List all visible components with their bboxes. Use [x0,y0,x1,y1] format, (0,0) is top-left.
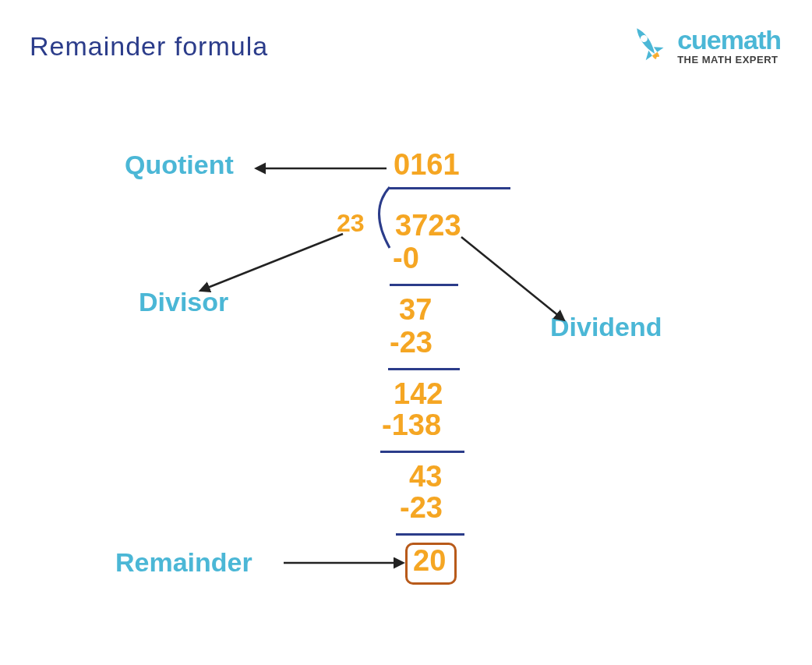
step-1-subtract: -23 [390,326,432,359]
step-1-line [388,368,460,370]
brand-tagline: THE MATH EXPERT [677,55,781,65]
brand-logo: cuemath THE MATH EXPERT [626,22,781,69]
step-2-subtract: -138 [382,409,441,442]
step-0-line [390,284,458,286]
brand-name: cuemath [677,27,781,53]
svg-line-2 [206,234,343,288]
page-title: Remainder formula [30,31,268,62]
step-1-partial: 37 [399,293,432,327]
remainder-label: Remainder [115,547,252,578]
step-3-partial: 43 [409,460,442,493]
quotient-label: Quotient [125,150,234,180]
step-2-line [380,451,464,453]
dividend-arrow [458,234,598,343]
svg-line-3 [461,237,560,317]
rocket-icon [626,22,669,69]
divisor-arrow [199,231,355,324]
quotient-line [390,187,510,189]
step-3-subtract: -23 [400,491,443,525]
remainder-arrow [281,555,405,571]
quotient-value: 0161 [394,148,460,182]
step-3-line [396,533,464,536]
dividend-value: 3723 [395,209,461,242]
quotient-arrow [257,161,390,176]
step-0-subtract: -0 [393,242,419,275]
step-2-partial: 142 [394,377,443,411]
remainder-value: 20 [413,544,446,578]
division-bracket [366,187,394,249]
